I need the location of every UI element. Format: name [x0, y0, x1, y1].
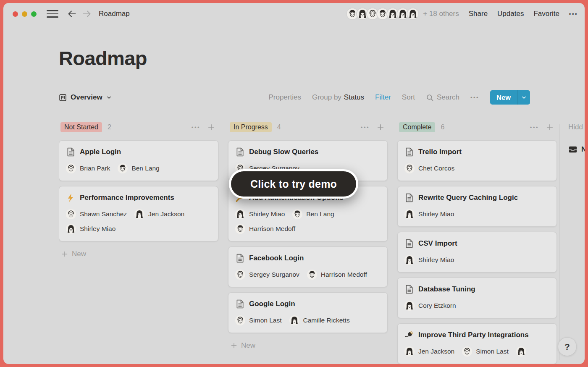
assignee-chip[interactable]: Chet Corcos [404, 163, 454, 174]
assignee-name: Shirley Miao [80, 225, 116, 233]
assignee-chip[interactable]: Simon Last [235, 315, 282, 326]
document-icon [404, 147, 414, 157]
assignee-chip[interactable]: Shawn Sanchez [66, 209, 127, 220]
card-apple-login[interactable]: Apple Login Brian Park Ben Lang [59, 140, 218, 181]
card-csv-import[interactable]: CSV Import Shirley Miao [397, 232, 557, 273]
updates-button[interactable]: Updates [497, 10, 524, 18]
card-rewrite-query-caching-logic[interactable]: Rewrite Query Caching Logic Shirley Miao [397, 186, 557, 227]
column-add-icon[interactable] [377, 123, 384, 131]
avatar [404, 346, 415, 357]
assignee-chip[interactable]: Harrison Medoff [235, 223, 295, 234]
avatar [404, 163, 415, 173]
add-card-button[interactable]: New [59, 250, 218, 258]
add-card-button[interactable]: New [228, 341, 388, 350]
assignee-chip[interactable]: Ben Lang [118, 163, 159, 174]
chevron-down-icon [521, 95, 527, 100]
assignee-chip[interactable]: Brian Park [66, 163, 110, 174]
card-database-tuning[interactable]: Database Tuning Cory Etzkorn [397, 278, 557, 318]
card-title: Apple Login [80, 148, 121, 156]
group-by-button[interactable]: Group by Status [312, 93, 364, 102]
avatar [66, 163, 76, 173]
column-more-button[interactable]: ••• [192, 124, 200, 131]
search-label: Search [437, 93, 459, 102]
view-toolbar: Overview Properties Group by Status Filt… [59, 90, 530, 105]
toolbar-more-button[interactable]: ••• [470, 94, 479, 101]
assignee-chip[interactable]: Shirley Miao [404, 209, 454, 220]
assignee-chip[interactable]: Shirley Miao [404, 254, 454, 265]
card-title: Debug Slow Queries [249, 148, 318, 156]
close-window-button[interactable] [13, 11, 18, 17]
try-demo-button[interactable]: Click to try demo [229, 169, 358, 199]
hidden-group-label: N [581, 145, 585, 154]
assignee-chip[interactable]: Shirley Miao [235, 209, 285, 220]
zoom-window-button[interactable] [31, 11, 37, 17]
avatar [66, 224, 76, 234]
menu-icon[interactable] [47, 10, 58, 18]
view-switcher[interactable]: Overview [59, 93, 112, 102]
page-title: Roadmap [59, 47, 147, 70]
collaborators: + 18 others [346, 8, 459, 20]
hidden-group-item[interactable]: N [567, 145, 585, 154]
column-header: Complete 6 ••• [397, 121, 557, 134]
card-performance-improvements[interactable]: Performance Improvements Shawn Sanchez J… [59, 186, 218, 241]
minimize-window-button[interactable] [22, 11, 27, 17]
assignee-chip[interactable]: Harrison Medoff [307, 269, 367, 280]
view-name[interactable]: Overview [71, 93, 102, 102]
card-improve-third-party-integrations[interactable]: Improve Third Party Integrations Jen Jac… [397, 323, 557, 364]
assignee-name: Harrison Medoff [249, 225, 295, 233]
avatar [292, 209, 302, 219]
column-status-badge[interactable]: In Progress [230, 122, 272, 132]
assignee-chip[interactable]: Ben Lang [292, 209, 334, 220]
breadcrumb[interactable]: Roadmap [99, 10, 130, 18]
assignee-chip[interactable]: Sergey Surganov [235, 269, 299, 280]
assignee-chip[interactable]: Shirley Miao [66, 223, 116, 234]
avatar [235, 224, 245, 234]
assignee-chip[interactable]: Camille Ricketts [289, 315, 350, 326]
share-button[interactable]: Share [469, 10, 488, 18]
column-more-button[interactable]: ••• [361, 124, 370, 131]
help-button[interactable]: ? [558, 337, 577, 356]
hidden-columns-label[interactable]: Hidd [568, 123, 583, 131]
card-title: Performance Improvements [80, 194, 174, 202]
assignee-name: Sergey Surganov [249, 271, 299, 278]
assignee-chip[interactable]: Jen Jackson [404, 346, 454, 357]
column-status-badge[interactable]: Not Started [60, 122, 102, 132]
document-icon [66, 147, 75, 157]
assignee-chip[interactable]: Simon Last [462, 346, 509, 357]
assignee-chip[interactable] [516, 346, 530, 357]
avatar [118, 163, 128, 173]
assignee-name: Cory Etzkorn [418, 302, 456, 309]
column-count: 4 [277, 123, 281, 131]
more-options-button[interactable]: ••• [569, 11, 578, 17]
card-facebook-login[interactable]: Facebook Login Sergey Surganov Harrison … [228, 246, 388, 287]
avatar [404, 255, 415, 265]
group-by-value: Status [344, 93, 364, 102]
column-status-badge[interactable]: Complete [399, 122, 435, 132]
column-add-icon[interactable] [207, 123, 215, 131]
assignee-name: Brian Park [80, 165, 110, 172]
collaborator-avatar[interactable] [407, 8, 419, 20]
column-complete: Complete 6 ••• Trello Import C [397, 121, 557, 364]
assignee-chip[interactable]: Cory Etzkorn [404, 300, 456, 311]
document-icon [404, 239, 414, 248]
sort-button[interactable]: Sort [402, 93, 415, 102]
search-button[interactable]: Search [426, 93, 459, 102]
card-google-login[interactable]: Google Login Simon Last Camille Ricketts [228, 292, 388, 333]
forward-arrow-icon[interactable] [82, 9, 92, 19]
new-dropdown-button[interactable] [517, 95, 530, 100]
properties-button[interactable]: Properties [268, 93, 301, 102]
column-add-icon[interactable] [546, 123, 554, 131]
favorite-button[interactable]: Favorite [533, 10, 559, 18]
assignee-name: Ben Lang [306, 210, 334, 218]
assignee-name: Shawn Sanchez [80, 210, 127, 218]
filter-button[interactable]: Filter [375, 93, 391, 102]
new-button-label[interactable]: New [490, 94, 517, 102]
back-arrow-icon[interactable] [67, 9, 77, 19]
assignee-name: Jen Jackson [148, 210, 184, 218]
others-count-label[interactable]: + 18 others [423, 10, 459, 18]
assignee-chip[interactable]: Jen Jackson [134, 209, 184, 220]
card-title: CSV Import [418, 239, 457, 248]
column-more-button[interactable]: ••• [530, 124, 539, 131]
card-trello-import[interactable]: Trello Import Chet Corcos [397, 140, 557, 181]
new-button[interactable]: New [490, 90, 530, 105]
